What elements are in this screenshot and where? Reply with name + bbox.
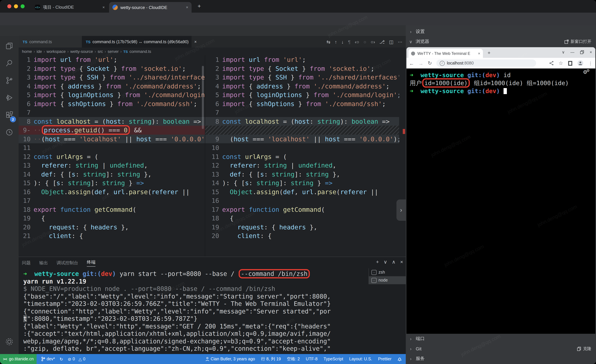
source-control-icon[interactable]: ⎇ <box>379 39 385 44</box>
terminal-picker-icon[interactable]: ∨ <box>384 259 387 265</box>
terminal-output[interactable]: ➜ wetty-source git:(dev) yarn start --po… <box>23 270 366 353</box>
section-label: 浏览器 <box>416 39 429 44</box>
line-number: 17 <box>205 205 222 214</box>
tab-search-icon[interactable]: ∨ <box>562 50 565 55</box>
back-icon[interactable]: ← <box>409 60 414 66</box>
indentation[interactable]: 空格: 2 <box>287 356 300 362</box>
diff-pane-modified[interactable]: 1import url from 'url';2import type { So… <box>205 55 399 257</box>
browser-tab-wetty-source[interactable]: wetty-source - CloudIDE × <box>109 2 192 13</box>
embedded-tab-wetty[interactable]: WeTTY - The Web Terminal E × <box>408 49 483 58</box>
left-pane-scrollbar[interactable] <box>202 66 204 129</box>
search-icon[interactable] <box>0 57 19 70</box>
whitespace-icon[interactable]: ¶ <box>348 39 350 44</box>
settings-gear-icon[interactable] <box>0 335 19 348</box>
line-number: 4 <box>19 82 34 90</box>
terminal-list-item-node[interactable]: ›node <box>369 276 406 284</box>
minimize-icon[interactable]: — <box>570 50 574 55</box>
diff-pane-original[interactable]: 1import url from 'url';2import type { So… <box>19 55 205 257</box>
terminal-line: "timestamp":"2023-02-03T03:26:59.766Z","… <box>23 300 366 308</box>
git-blame-status[interactable]: Cian Butler, 3 years ago <box>206 357 255 361</box>
keyboard-layout[interactable]: Layout: U.S. <box>349 357 372 361</box>
wetty-terminal-page[interactable]: ➜ wetty-source git:(dev) id用户id=1000(ide… <box>406 68 595 334</box>
line-number: 17 <box>19 196 34 205</box>
panel-tab-问题[interactable]: 问题 <box>22 260 30 266</box>
breadcrumb-item[interactable]: workspace <box>46 49 66 54</box>
current-change-icon[interactable]: ○ <box>364 39 366 44</box>
open-new-window-button[interactable]: 新窗口打开 <box>564 39 596 44</box>
new-tab-button[interactable]: + <box>198 3 201 10</box>
problems-status[interactable]: ⊘ 0 △ 0 <box>68 357 85 362</box>
language-mode[interactable]: TypeScript <box>324 357 343 361</box>
editor-tab-diff[interactable]: TS command.ts (17b75c98) ↔ command.ts (d… <box>82 36 192 48</box>
panel-tab-调试控制台[interactable]: 调试控制台 <box>57 260 78 266</box>
run-debug-icon[interactable] <box>0 91 19 104</box>
prev-change-icon[interactable]: ‹○ <box>355 39 359 44</box>
editor-tabrow: TS command.ts TS command.ts (17b75c98) ↔… <box>19 36 406 48</box>
maximize-panel-icon[interactable]: ∧ <box>392 259 396 265</box>
split-editor-icon[interactable]: ◫ <box>389 39 394 44</box>
formatter[interactable]: Prettier <box>378 357 391 361</box>
info-icon[interactable]: i <box>440 61 445 66</box>
close-tab-icon[interactable]: × <box>103 5 105 10</box>
embedded-address-bar[interactable]: i localhost:8080 <box>436 59 536 67</box>
open-changes-icon[interactable]: ⇆ <box>327 39 330 44</box>
close-tab-icon[interactable]: × <box>478 51 480 56</box>
forward-icon[interactable]: → <box>418 60 423 66</box>
git-branch-status[interactable]: dev* <box>41 357 55 361</box>
breadcrumb-item[interactable]: home <box>22 49 32 54</box>
browser-tab-project[interactable]: <t> 项目 - CloudIDE × <box>32 2 108 13</box>
git-clone-button[interactable]: 克隆 <box>577 346 596 351</box>
terminal-line: webp,image/apng,*/*;q=0.8,application/si… <box>23 338 366 345</box>
editor-tab-command-ts[interactable]: TS command.ts <box>19 36 82 48</box>
section-label: 端口 <box>416 336 425 342</box>
chevron-right-icon: › <box>406 29 416 34</box>
section-ports[interactable]: › 端口 <box>406 334 596 344</box>
history-icon[interactable] <box>0 126 19 139</box>
move-down-icon[interactable]: ↓ <box>341 39 344 44</box>
breadcrumb-item[interactable]: server <box>108 49 119 54</box>
encoding[interactable]: UTF-8 <box>306 357 318 361</box>
close-tab-icon[interactable]: × <box>194 39 197 44</box>
collapse-panel-handle[interactable]: › <box>396 199 406 221</box>
panel-tab-终端[interactable]: 终端 <box>87 259 96 267</box>
remote-indicator[interactable]: >< go.titanide.cn <box>0 354 37 364</box>
breadcrumb-item[interactable]: src <box>98 49 103 54</box>
more-actions-icon[interactable]: ⋯ <box>398 39 402 44</box>
reload-icon[interactable]: ↻ <box>428 60 432 66</box>
window-zoom-button[interactable] <box>21 4 25 8</box>
share-icon[interactable] <box>549 61 554 66</box>
close-window-icon[interactable]: × <box>590 50 592 55</box>
window-close-button[interactable] <box>7 4 11 8</box>
close-tab-icon[interactable]: × <box>186 5 188 10</box>
restore-icon[interactable] <box>580 50 584 54</box>
overview-ruler-deleted-marker <box>403 129 405 134</box>
close-panel-icon[interactable]: × <box>400 259 403 265</box>
move-up-icon[interactable]: ↑ <box>335 39 337 44</box>
profile-avatar-icon[interactable] <box>577 60 583 66</box>
next-change-icon[interactable]: ○› <box>371 39 375 44</box>
section-services[interactable]: › 服务 <box>406 354 596 364</box>
source-control-icon[interactable] <box>0 74 19 87</box>
cursor-position[interactable]: 行 8, 列 19 <box>261 356 281 362</box>
bookmark-star-icon[interactable]: ☆ <box>559 60 563 66</box>
menu-dots-icon[interactable]: ⋮ <box>588 61 593 66</box>
explorer-icon[interactable] <box>0 39 19 52</box>
notifications-bell-icon[interactable] <box>397 357 402 361</box>
breadcrumb[interactable]: home›ide›workspace›wetty-source›src›serv… <box>22 48 151 55</box>
new-tab-button[interactable]: + <box>488 50 491 56</box>
side-panel-icon[interactable] <box>568 61 572 66</box>
terminal-list-item-zsh[interactable]: ›zsh <box>369 268 406 276</box>
new-terminal-icon[interactable]: + <box>376 259 379 265</box>
code-line <box>205 126 399 134</box>
wetty-settings-gears-icon[interactable]: ⚙⚙ <box>583 69 591 75</box>
breadcrumb-file[interactable]: command.ts <box>129 49 151 54</box>
section-git[interactable]: › Git 克隆 <box>406 344 596 354</box>
section-browser[interactable]: ∨ 浏览器 新窗口打开 <box>406 36 596 47</box>
breadcrumb-item[interactable]: ide <box>37 49 42 54</box>
code-line: 1import url from 'url'; <box>205 55 399 64</box>
section-settings[interactable]: › 设置 <box>406 27 596 36</box>
window-minimize-button[interactable] <box>14 4 18 8</box>
panel-tab-输出[interactable]: 输出 <box>39 260 48 266</box>
sync-status[interactable]: ↻ <box>60 357 63 362</box>
breadcrumb-item[interactable]: wetty-source <box>70 49 93 54</box>
